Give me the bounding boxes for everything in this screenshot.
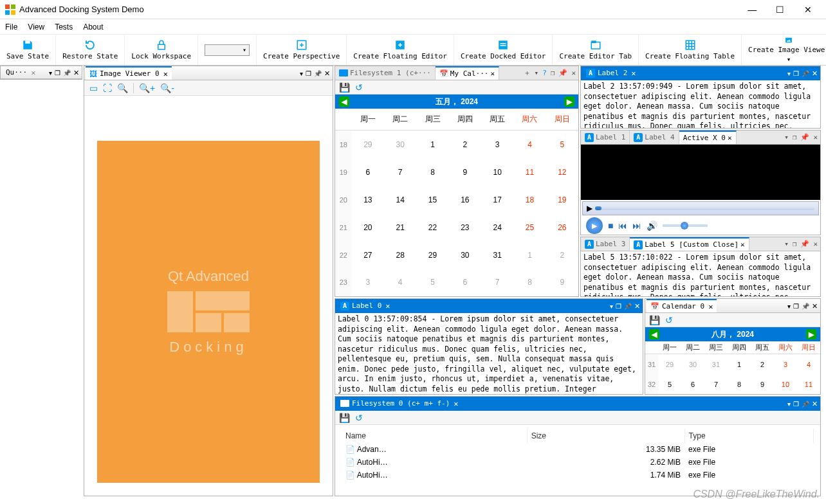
image-viewer-toolbar: ▭ ⛶ 🔍 🔍+ 🔍- — [84, 80, 333, 96]
progress-bar[interactable]: ▶ — [582, 201, 819, 215]
label5-pane: ALabel 3 ALabel 5 [Custom Close]✕ ▾❐📌✕ L… — [580, 237, 821, 297]
prev-month-button[interactable]: ◀ — [649, 329, 659, 339]
undock-icon[interactable]: ❐ — [551, 69, 555, 77]
calendar0-tabbar: 📅Calendar 0✕ — [645, 299, 820, 313]
zoom-in-icon[interactable]: 🔍+ — [139, 83, 155, 93]
lock-workspace-button[interactable]: Lock Workspace — [125, 35, 198, 65]
history-icon[interactable]: ↺ — [355, 82, 363, 93]
save-icon[interactable]: 💾 — [649, 315, 660, 325]
label0-pane: ALabel 0✕ Label 0 13:57:09:854 - Lorem i… — [335, 298, 643, 395]
dropdown-icon[interactable] — [300, 69, 303, 78]
image-viewer-pane: 🖼Image Viewer 0✕ ▭ ⛶ 🔍 🔍+ 🔍- Qt Advanced… — [84, 66, 333, 496]
volume-slider[interactable] — [663, 224, 708, 227]
label5-text: Label 5 13:57:10:022 - Lorem ipsum dolor… — [581, 251, 820, 296]
dropdown-icon[interactable] — [49, 68, 52, 77]
tab-label4[interactable]: ALabel 4 — [630, 130, 679, 144]
close-icon[interactable]: ✕ — [31, 68, 35, 77]
tab-label5[interactable]: ALabel 5 [Custom Close]✕ — [630, 237, 749, 251]
image-viewer-tabbar: 🖼Image Viewer 0✕ — [84, 66, 333, 80]
dropdown-icon[interactable]: ▾ — [535, 69, 539, 77]
save-icon[interactable]: 💾 — [339, 82, 350, 93]
calendar-grid[interactable]: 周一周二周三周四周五周六周日18293012345196789101112201… — [335, 109, 578, 296]
history-icon[interactable]: ↺ — [665, 315, 673, 325]
label0-tabbar: ALabel 0✕ — [335, 299, 643, 313]
menu-view[interactable]: View — [28, 22, 44, 32]
help-icon[interactable]: ? — [542, 69, 547, 77]
label2-tab[interactable]: ALabel 2✕ — [582, 66, 640, 80]
save-icon[interactable]: 💾 — [339, 413, 350, 423]
prev-button[interactable]: ⏮ — [618, 221, 627, 231]
svg-rect-5 — [158, 44, 165, 50]
label0-text: Label 0 13:57:09:854 - Lorem ipsum dolor… — [335, 313, 643, 394]
next-month-button[interactable]: ▶ — [806, 329, 816, 339]
zoom-actual-icon[interactable]: 🔍 — [117, 83, 128, 93]
fit-icon[interactable]: ▭ — [89, 83, 98, 93]
calendar-header: ◀ 五月， 2024 ▶ — [335, 94, 578, 109]
pin-icon[interactable]: 📌 — [558, 69, 567, 77]
history-icon[interactable]: ↺ — [355, 413, 363, 423]
filesystem0-tab[interactable]: Filesystem 0 (c+ m+ f-)✕ — [336, 397, 463, 410]
close-icon[interactable]: ✕ — [571, 69, 576, 77]
create-floating-table-button[interactable]: Create Floating Table — [639, 35, 742, 65]
create-image-viewer-button[interactable]: Create Image Viewer▾ — [742, 35, 826, 65]
svg-rect-11 — [591, 42, 600, 50]
tab-mycalendar[interactable]: 📅My Cal···✕ — [436, 66, 499, 80]
pin-icon[interactable] — [63, 68, 71, 77]
pin-icon[interactable] — [314, 69, 322, 78]
menu-about[interactable]: About — [83, 22, 103, 32]
left-stub-pane: Qu···✕ — [0, 66, 82, 80]
next-button[interactable]: ⏭ — [632, 221, 641, 231]
svg-rect-4 — [25, 40, 30, 44]
toolbar: Save State Restore State Lock Workspace … — [0, 35, 826, 66]
svg-rect-13 — [686, 40, 695, 50]
calendar0-grid[interactable]: 周一周二周三周四周五周六周日31293031123432567891011 — [645, 341, 820, 394]
tab-filesystem1[interactable]: Filesystem 1 (c+··· — [335, 66, 436, 80]
close-icon[interactable] — [324, 69, 330, 78]
tab-label3[interactable]: ALabel 3 — [581, 237, 630, 251]
svg-rect-10 — [500, 45, 506, 46]
workarea: Qu···✕ 🖼Image Viewer 0✕ ▭ ⛶ 🔍 🔍+ 🔍- Qt A… — [0, 66, 826, 504]
filesystem0-tabbar: Filesystem 0 (c+ m+ f-)✕ — [335, 397, 820, 411]
menu-tests[interactable]: Tests — [55, 22, 73, 32]
add-icon[interactable]: ＋ — [524, 68, 531, 78]
zoom-out-icon[interactable]: 🔍- — [160, 83, 174, 93]
restore-state-button[interactable]: Restore State — [56, 35, 125, 65]
calendar-title: 八月， 2024 — [711, 329, 754, 340]
fullscreen-icon[interactable]: ⛶ — [103, 83, 112, 93]
mute-button[interactable]: 🔊 — [647, 221, 657, 231]
close-icon[interactable]: ✕ — [163, 69, 168, 78]
media-controls: ▶ ■ ⏮ ⏭ 🔊 — [581, 217, 820, 235]
menubar: File View Tests About — [0, 19, 826, 35]
calendar0-tab[interactable]: 📅Calendar 0✕ — [647, 299, 717, 312]
svg-rect-14 — [785, 38, 792, 43]
maximize-button[interactable]: ☐ — [767, 4, 793, 15]
undock-icon[interactable] — [55, 68, 60, 77]
calendar-minibar: 💾↺ — [335, 80, 578, 94]
svg-rect-12 — [591, 40, 596, 43]
save-state-button[interactable]: Save State — [0, 35, 56, 65]
menu-file[interactable]: File — [5, 22, 17, 32]
prev-month-button[interactable]: ◀ — [339, 96, 349, 107]
stop-button[interactable]: ■ — [608, 221, 613, 231]
image-viewer-tab[interactable]: 🖼Image Viewer 0✕ — [86, 66, 172, 80]
next-month-button[interactable]: ▶ — [564, 96, 574, 107]
close-button[interactable]: ✕ — [795, 4, 821, 15]
undock-icon[interactable] — [306, 69, 311, 78]
perspective-select[interactable]: ▾ — [198, 35, 257, 65]
create-editor-tab-button[interactable]: Create Editor Tab — [553, 35, 639, 65]
play-button[interactable]: ▶ — [586, 217, 603, 234]
calendar0-pane: 📅Calendar 0✕ 💾↺ ◀八月， 2024▶ 周一周二周三周四周五周六周… — [645, 298, 821, 395]
close-icon[interactable] — [73, 68, 79, 77]
filesystem-table[interactable]: NameSizeType📄 Advan…13.35 MiBexe File📄 A… — [335, 425, 820, 485]
label0-tab[interactable]: ALabel 0✕ — [336, 299, 394, 312]
minimize-button[interactable]: — — [739, 4, 765, 15]
create-docked-editor-button[interactable]: Create Docked Editor — [454, 35, 553, 65]
tab-activex0[interactable]: Active X 0✕ — [679, 130, 737, 144]
tab-label1[interactable]: ALabel 1 — [581, 130, 630, 144]
create-floating-editor-button[interactable]: Create Floating Editor — [347, 35, 454, 65]
create-perspective-button[interactable]: Create Perspective — [257, 35, 347, 65]
app-logo-icon — [5, 4, 15, 15]
activex-tabs: ALabel 1 ALabel 4 Active X 0✕ ▾❐📌✕ — [581, 130, 820, 145]
stub-tab[interactable]: Qu···✕ — [2, 66, 39, 78]
label2-tabbar: ALabel 2✕ — [581, 66, 820, 80]
